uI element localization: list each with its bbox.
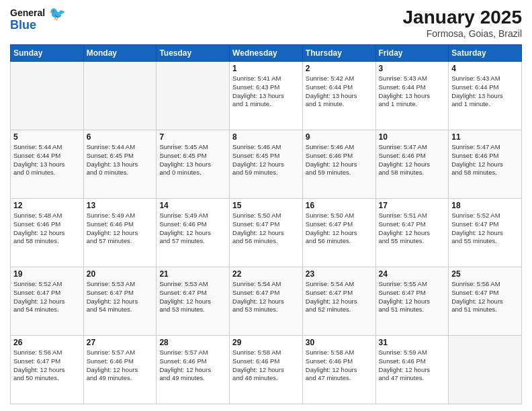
day-detail-line: and 47 minutes. bbox=[306, 374, 351, 381]
logo: General 🐦 Blue bbox=[10, 7, 66, 31]
day-detail-line: Sunset: 6:46 PM bbox=[159, 220, 206, 228]
day-detail-line: Daylight: 13 hours bbox=[232, 92, 284, 99]
day-detail-line: and 1 minute. bbox=[451, 100, 490, 107]
col-header-friday: Friday bbox=[375, 45, 449, 62]
day-number: 31 bbox=[379, 338, 446, 347]
table-row: 30Sunrise: 5:58 AMSunset: 6:46 PMDayligh… bbox=[302, 336, 375, 404]
day-detail-line: Sunset: 6:47 PM bbox=[232, 289, 279, 296]
table-row: 18Sunrise: 5:52 AMSunset: 6:47 PMDayligh… bbox=[449, 199, 522, 267]
day-detail-line: Daylight: 12 hours bbox=[13, 366, 65, 373]
table-row bbox=[449, 336, 522, 404]
day-detail-line: Sunrise: 5:56 AM bbox=[451, 280, 500, 287]
table-row: 23Sunrise: 5:54 AMSunset: 6:47 PMDayligh… bbox=[302, 267, 375, 336]
day-detail: Sunrise: 5:48 AMSunset: 6:46 PMDaylight:… bbox=[13, 212, 81, 246]
day-detail-line: and 50 minutes. bbox=[13, 374, 59, 381]
col-header-tuesday: Tuesday bbox=[157, 45, 230, 62]
day-detail: Sunrise: 5:58 AMSunset: 6:46 PMDaylight:… bbox=[232, 349, 300, 383]
table-row bbox=[83, 62, 157, 130]
table-row: 16Sunrise: 5:50 AMSunset: 6:47 PMDayligh… bbox=[302, 199, 375, 267]
day-detail-line: Daylight: 12 hours bbox=[379, 161, 431, 168]
day-detail: Sunrise: 5:42 AMSunset: 6:44 PMDaylight:… bbox=[306, 75, 373, 109]
day-detail: Sunrise: 5:54 AMSunset: 6:47 PMDaylight:… bbox=[306, 280, 373, 314]
day-detail-line: and 53 minutes. bbox=[159, 306, 205, 313]
day-detail-line: Daylight: 12 hours bbox=[232, 366, 284, 373]
day-detail-line: Daylight: 12 hours bbox=[159, 366, 211, 373]
day-detail-line: and 58 minutes. bbox=[379, 169, 425, 176]
week-row-3: 12Sunrise: 5:48 AMSunset: 6:46 PMDayligh… bbox=[11, 199, 522, 267]
day-detail-line: Daylight: 12 hours bbox=[232, 161, 284, 168]
day-detail-line: Sunset: 6:47 PM bbox=[379, 220, 426, 228]
title-section: January 2025 Formosa, Goias, Brazil bbox=[403, 7, 522, 39]
table-row: 20Sunrise: 5:53 AMSunset: 6:47 PMDayligh… bbox=[83, 267, 157, 336]
day-detail: Sunrise: 5:44 AMSunset: 6:44 PMDaylight:… bbox=[13, 143, 81, 177]
day-detail-line: Daylight: 12 hours bbox=[306, 229, 357, 236]
day-detail-line: Sunset: 6:47 PM bbox=[13, 357, 60, 365]
table-row: 6Sunrise: 5:44 AMSunset: 6:45 PMDaylight… bbox=[83, 130, 157, 199]
day-detail-line: Sunrise: 5:48 AM bbox=[13, 212, 62, 219]
day-number: 14 bbox=[159, 201, 226, 210]
day-detail: Sunrise: 5:47 AMSunset: 6:46 PMDaylight:… bbox=[379, 143, 446, 177]
day-number: 30 bbox=[306, 338, 373, 347]
day-detail-line: and 0 minutes. bbox=[13, 169, 55, 176]
day-detail-line: and 49 minutes. bbox=[159, 374, 205, 381]
day-detail-line: Daylight: 12 hours bbox=[306, 298, 357, 305]
day-detail-line: Sunset: 6:47 PM bbox=[451, 289, 498, 296]
day-detail-line: and 1 minute. bbox=[306, 100, 345, 107]
col-header-thursday: Thursday bbox=[302, 45, 375, 62]
day-detail: Sunrise: 5:59 AMSunset: 6:46 PMDaylight:… bbox=[379, 349, 446, 383]
logo-general: General bbox=[10, 7, 45, 18]
day-number: 10 bbox=[379, 132, 446, 142]
day-detail-line: and 0 minutes. bbox=[159, 169, 201, 176]
day-detail-line: Sunrise: 5:53 AM bbox=[159, 280, 208, 287]
day-detail-line: Sunrise: 5:45 AM bbox=[159, 143, 208, 150]
day-detail-line: Sunset: 6:46 PM bbox=[306, 357, 353, 365]
day-detail-line: Sunrise: 5:49 AM bbox=[87, 212, 135, 219]
table-row: 19Sunrise: 5:52 AMSunset: 6:47 PMDayligh… bbox=[11, 267, 84, 336]
day-number: 24 bbox=[379, 269, 446, 279]
table-row: 21Sunrise: 5:53 AMSunset: 6:47 PMDayligh… bbox=[157, 267, 230, 336]
day-detail-line: and 59 minutes. bbox=[306, 169, 351, 176]
day-detail-line: Sunrise: 5:59 AM bbox=[379, 349, 427, 356]
day-detail-line: Sunset: 6:44 PM bbox=[306, 83, 353, 91]
day-detail: Sunrise: 5:49 AMSunset: 6:46 PMDaylight:… bbox=[87, 212, 154, 246]
col-header-wednesday: Wednesday bbox=[230, 45, 303, 62]
day-detail-line: Sunrise: 5:43 AM bbox=[451, 75, 500, 82]
week-row-4: 19Sunrise: 5:52 AMSunset: 6:47 PMDayligh… bbox=[11, 267, 522, 336]
day-detail-line: Daylight: 13 hours bbox=[306, 92, 357, 99]
day-detail-line: and 49 minutes. bbox=[87, 374, 132, 381]
day-detail-line: Daylight: 13 hours bbox=[13, 161, 65, 168]
day-detail-line: Sunset: 6:47 PM bbox=[13, 289, 60, 296]
day-detail: Sunrise: 5:47 AMSunset: 6:46 PMDaylight:… bbox=[451, 143, 519, 177]
day-number: 15 bbox=[232, 201, 300, 210]
table-row: 27Sunrise: 5:57 AMSunset: 6:46 PMDayligh… bbox=[83, 336, 157, 404]
day-detail: Sunrise: 5:43 AMSunset: 6:44 PMDaylight:… bbox=[379, 75, 446, 109]
day-detail: Sunrise: 5:51 AMSunset: 6:47 PMDaylight:… bbox=[379, 212, 446, 246]
day-detail-line: Daylight: 12 hours bbox=[232, 298, 284, 305]
day-detail-line: and 1 minute. bbox=[232, 100, 271, 107]
col-header-saturday: Saturday bbox=[449, 45, 522, 62]
calendar-title: January 2025 bbox=[403, 7, 522, 28]
day-detail-line: Daylight: 12 hours bbox=[159, 229, 211, 236]
day-number: 6 bbox=[87, 132, 154, 142]
day-number: 12 bbox=[13, 201, 81, 210]
logo-bird-icon: 🐦 bbox=[45, 6, 66, 21]
day-detail-line: Sunset: 6:46 PM bbox=[306, 152, 353, 159]
day-detail-line: Sunrise: 5:57 AM bbox=[87, 349, 135, 356]
week-row-1: 1Sunrise: 5:41 AMSunset: 6:43 PMDaylight… bbox=[11, 62, 522, 130]
day-detail-line: Sunset: 6:46 PM bbox=[159, 357, 206, 365]
day-number: 25 bbox=[451, 269, 519, 279]
day-detail: Sunrise: 5:57 AMSunset: 6:46 PMDaylight:… bbox=[159, 349, 226, 383]
table-row: 12Sunrise: 5:48 AMSunset: 6:46 PMDayligh… bbox=[11, 199, 84, 267]
day-detail-line: and 52 minutes. bbox=[306, 306, 351, 313]
table-row: 29Sunrise: 5:58 AMSunset: 6:46 PMDayligh… bbox=[230, 336, 303, 404]
day-detail-line: Sunset: 6:47 PM bbox=[159, 289, 206, 296]
day-number: 3 bbox=[379, 64, 446, 73]
day-detail-line: Daylight: 12 hours bbox=[87, 298, 138, 305]
table-row: 4Sunrise: 5:43 AMSunset: 6:44 PMDaylight… bbox=[449, 62, 522, 130]
day-detail-line: Sunrise: 5:54 AM bbox=[232, 280, 281, 287]
day-detail-line: Sunset: 6:47 PM bbox=[306, 289, 353, 296]
day-detail: Sunrise: 5:56 AMSunset: 6:47 PMDaylight:… bbox=[451, 280, 519, 314]
day-detail-line: and 55 minutes. bbox=[379, 237, 425, 244]
day-detail: Sunrise: 5:41 AMSunset: 6:43 PMDaylight:… bbox=[232, 75, 300, 109]
day-detail-line: Sunset: 6:44 PM bbox=[451, 83, 498, 91]
